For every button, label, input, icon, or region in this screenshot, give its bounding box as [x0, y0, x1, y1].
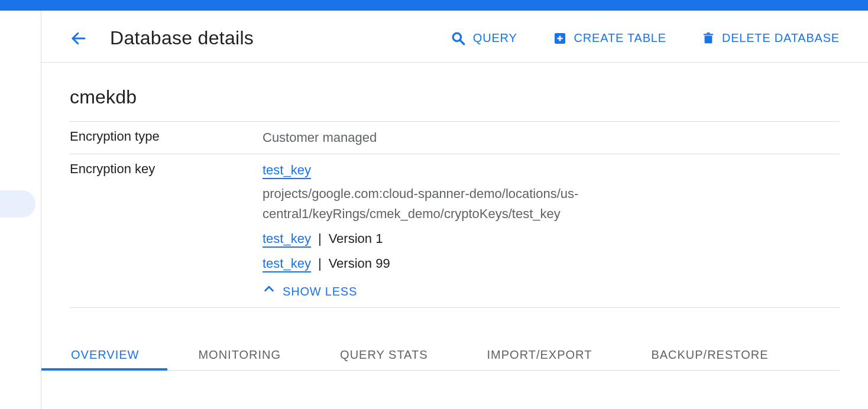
search-icon: [451, 31, 466, 46]
tab-overview[interactable]: OVERVIEW: [70, 341, 140, 370]
key-version-text: Version 1: [329, 231, 383, 246]
left-rail-selection[interactable]: [0, 190, 35, 218]
create-table-label: CREATE TABLE: [574, 31, 666, 45]
svg-line-2: [460, 40, 464, 44]
header-actions: QUERY CREATE TABLE DELETE DATABASE: [451, 31, 840, 46]
layout: Database details QUERY CREATE TABLE: [0, 11, 868, 409]
encryption-type-label: Encryption type: [70, 128, 263, 148]
tab-backup-restore[interactable]: BACKUP/RESTORE: [650, 341, 769, 370]
delete-database-button[interactable]: DELETE DATABASE: [702, 31, 840, 46]
show-less-label: SHOW LESS: [283, 283, 357, 301]
tabs: OVERVIEW MONITORING QUERY STATS IMPORT/E…: [70, 341, 840, 371]
back-arrow-icon[interactable]: [70, 30, 88, 47]
svg-rect-6: [704, 35, 712, 43]
content: cmekdb Encryption type Customer managed …: [41, 63, 868, 371]
left-rail: [0, 11, 41, 409]
key-version-row: test_key|Version 1: [263, 229, 840, 249]
key-version-text: Version 99: [329, 256, 390, 271]
create-table-button[interactable]: CREATE TABLE: [553, 31, 666, 46]
show-less-button[interactable]: SHOW LESS: [263, 283, 357, 301]
encryption-type-row: Encryption type Customer managed: [70, 122, 840, 154]
encryption-key-link[interactable]: test_key: [263, 163, 311, 179]
encryption-key-row: Encryption key test_key projects/google.…: [70, 154, 840, 308]
main-panel: Database details QUERY CREATE TABLE: [41, 11, 868, 409]
top-app-bar: [0, 0, 868, 11]
key-version-row: test_key|Version 99: [263, 254, 840, 274]
database-name: cmekdb: [70, 86, 840, 122]
page-header: Database details QUERY CREATE TABLE: [41, 11, 868, 63]
encryption-key-label: Encryption key: [70, 160, 263, 301]
tab-query-stats[interactable]: QUERY STATS: [339, 341, 429, 370]
page-title: Database details: [110, 27, 254, 49]
svg-rect-7: [704, 34, 714, 35]
encryption-type-value: Customer managed: [263, 128, 840, 148]
encryption-key-path: projects/google.com:cloud-spanner-demo/l…: [263, 184, 840, 224]
delete-database-label: DELETE DATABASE: [722, 31, 840, 45]
query-label: QUERY: [473, 31, 517, 45]
query-button[interactable]: QUERY: [451, 31, 517, 46]
encryption-key-value: test_key projects/google.com:cloud-spann…: [263, 160, 840, 301]
plus-box-icon: [553, 31, 567, 46]
key-version-link[interactable]: test_key: [263, 256, 311, 272]
svg-rect-8: [707, 32, 710, 33]
chevron-up-icon: [263, 283, 276, 301]
trash-icon: [702, 31, 715, 46]
key-version-link[interactable]: test_key: [263, 231, 311, 248]
tab-import-export[interactable]: IMPORT/EXPORT: [486, 341, 594, 370]
tab-monitoring[interactable]: MONITORING: [197, 341, 282, 370]
